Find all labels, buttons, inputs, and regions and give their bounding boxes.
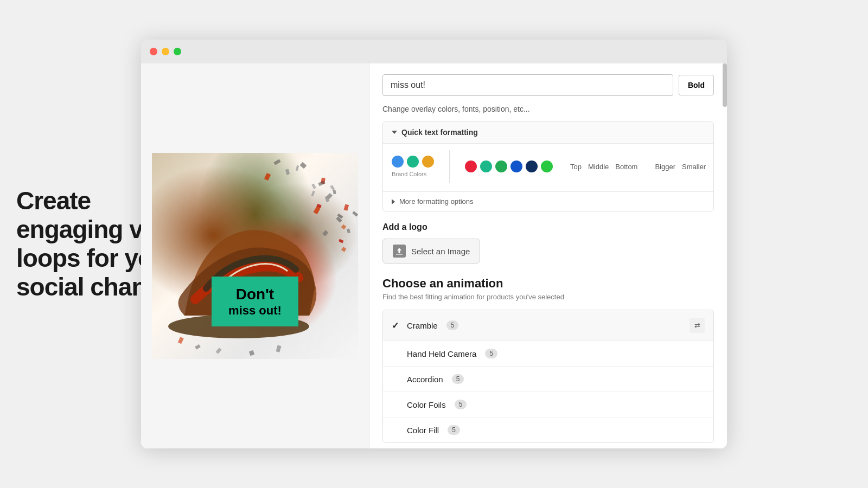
animation-list: ✓ Cramble 5 ⇄ Hand Held Camera 5 bbox=[382, 310, 714, 443]
close-dot[interactable] bbox=[150, 48, 157, 55]
animation-item-colorfoils[interactable]: Color Foils 5 bbox=[383, 392, 713, 418]
svg-rect-18 bbox=[396, 254, 403, 255]
extra-color-row bbox=[465, 160, 553, 172]
upload-icon bbox=[393, 245, 406, 258]
svg-rect-16 bbox=[249, 350, 254, 356]
anim-name-colorfoils: Color Foils bbox=[407, 400, 446, 409]
size-smaller[interactable]: Smaller bbox=[682, 163, 706, 171]
overlay-line2: miss out! bbox=[225, 304, 285, 318]
svg-rect-6 bbox=[322, 230, 328, 236]
brand-colors-group: Brand Colors bbox=[392, 156, 434, 177]
svg-rect-5 bbox=[344, 204, 349, 210]
chevron-right-icon bbox=[392, 199, 395, 204]
animation-item-left-colorfoils: Color Foils 5 bbox=[392, 400, 467, 409]
swatch-teal[interactable] bbox=[407, 156, 419, 168]
svg-rect-3 bbox=[336, 216, 342, 222]
swatch-blue[interactable] bbox=[392, 156, 404, 168]
chevron-down-icon bbox=[392, 131, 397, 134]
select-image-button[interactable]: Select an Image bbox=[382, 239, 480, 264]
formatting-body: Brand Colors bbox=[383, 143, 713, 191]
brand-colors-label: Brand Colors bbox=[392, 171, 434, 177]
svg-rect-8 bbox=[339, 239, 343, 243]
svg-rect-4 bbox=[330, 185, 335, 190]
preview-icon-cramble[interactable]: ⇄ bbox=[690, 318, 705, 333]
swatch-mid-green[interactable] bbox=[495, 160, 507, 172]
animation-item-left-cramble: ✓ Cramble 5 bbox=[392, 320, 458, 330]
more-formatting-row[interactable]: More formatting options bbox=[383, 191, 713, 211]
anim-badge-colorfill: 5 bbox=[448, 425, 460, 435]
swatch-dark-blue[interactable] bbox=[510, 160, 522, 172]
swatch-navy[interactable] bbox=[526, 160, 538, 172]
formatting-header[interactable]: Quick text formatting bbox=[383, 121, 713, 143]
svg-rect-15 bbox=[215, 348, 221, 354]
overlay-text-input[interactable] bbox=[382, 74, 673, 96]
maximize-dot[interactable] bbox=[174, 48, 181, 55]
animation-item-handheld[interactable]: Hand Held Camera 5 bbox=[383, 341, 713, 367]
content-area: Don't miss out! Bold Change overlay colo… bbox=[141, 63, 727, 448]
title-bar bbox=[141, 40, 727, 63]
check-icon: ✓ bbox=[392, 320, 401, 330]
right-panel[interactable]: Bold Change overlay colors, fonts, posit… bbox=[369, 63, 727, 448]
shoe-svg bbox=[152, 153, 358, 359]
formatting-title: Quick text formatting bbox=[401, 128, 478, 137]
anim-badge-cramble: 5 bbox=[446, 320, 459, 330]
overlay-line1: Don't bbox=[225, 285, 285, 304]
swatch-orange[interactable] bbox=[422, 156, 434, 168]
anim-badge-handheld: 5 bbox=[485, 349, 497, 358]
svg-rect-17 bbox=[276, 345, 282, 352]
svg-rect-12 bbox=[311, 191, 315, 197]
canvas-panel: Don't miss out! bbox=[141, 63, 369, 448]
animation-item-colorfill[interactable]: Color Fill 5 bbox=[383, 418, 713, 442]
animation-title: Choose an animation bbox=[382, 277, 714, 291]
anim-name-handheld: Hand Held Camera bbox=[407, 349, 476, 358]
position-middle[interactable]: Middle bbox=[588, 163, 609, 171]
divider-vertical-1 bbox=[449, 150, 450, 183]
brand-swatch-row bbox=[392, 156, 434, 168]
swatch-bright-green[interactable] bbox=[541, 160, 553, 172]
position-options: Top Middle Bottom bbox=[570, 163, 637, 171]
outer-wrapper: Create engaging video loops for your soc… bbox=[0, 0, 868, 488]
anim-badge-accordion: 5 bbox=[452, 374, 464, 384]
svg-rect-11 bbox=[341, 247, 347, 252]
upload-svg bbox=[395, 247, 404, 255]
formatting-section: Quick text formatting Brand C bbox=[382, 121, 714, 211]
svg-rect-14 bbox=[195, 344, 201, 350]
position-top[interactable]: Top bbox=[570, 163, 582, 171]
swatch-red[interactable] bbox=[465, 160, 477, 172]
anim-name-colorfill: Color Fill bbox=[407, 426, 439, 435]
minimize-dot[interactable] bbox=[162, 48, 169, 55]
overlay-hint: Change overlay colors, fonts, position, … bbox=[382, 105, 714, 113]
add-logo-label: Add a logo bbox=[382, 222, 714, 232]
animation-item-cramble[interactable]: ✓ Cramble 5 ⇄ bbox=[383, 310, 713, 341]
anim-name-accordion: Accordion bbox=[407, 375, 443, 384]
svg-rect-7 bbox=[318, 181, 325, 187]
size-bigger[interactable]: Bigger bbox=[655, 163, 675, 171]
position-bottom[interactable]: Bottom bbox=[615, 163, 637, 171]
canvas-background bbox=[152, 153, 358, 359]
svg-rect-2 bbox=[324, 196, 329, 202]
svg-rect-13 bbox=[178, 337, 184, 344]
svg-rect-10 bbox=[352, 211, 358, 216]
svg-rect-9 bbox=[347, 228, 350, 233]
animation-item-left-colorfill: Color Fill 5 bbox=[392, 425, 460, 435]
more-formatting-label: More formatting options bbox=[399, 197, 474, 206]
svg-rect-1 bbox=[314, 207, 321, 214]
anim-name-cramble: Cramble bbox=[407, 321, 438, 330]
bold-button[interactable]: Bold bbox=[679, 75, 714, 95]
text-input-row: Bold bbox=[382, 74, 714, 96]
scrollbar-thumb[interactable] bbox=[723, 63, 727, 107]
animation-item-accordion[interactable]: Accordion 5 bbox=[383, 367, 713, 392]
animation-subtitle: Find the best fitting animation for prod… bbox=[382, 293, 714, 301]
anim-badge-colorfoils: 5 bbox=[455, 400, 467, 409]
canvas-preview: Don't miss out! bbox=[152, 153, 358, 359]
browser-window: Don't miss out! Bold Change overlay colo… bbox=[141, 40, 727, 448]
animation-item-left-handheld: Hand Held Camera 5 bbox=[392, 349, 497, 358]
swatch-green[interactable] bbox=[480, 160, 492, 172]
size-options: Bigger Smaller bbox=[655, 163, 706, 171]
animation-item-left-accordion: Accordion 5 bbox=[392, 374, 464, 384]
text-overlay: Don't miss out! bbox=[212, 277, 298, 326]
select-image-label: Select an Image bbox=[411, 247, 470, 256]
